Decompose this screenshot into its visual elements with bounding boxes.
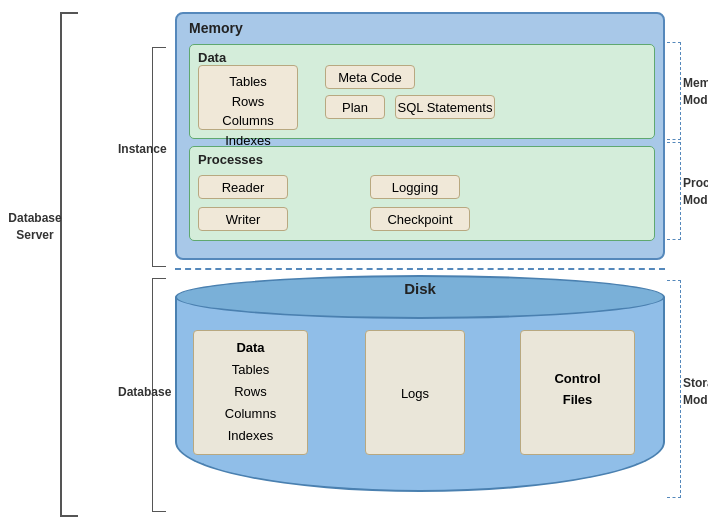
plan-box: Plan <box>325 95 385 119</box>
disk-columns-label: Columns <box>194 403 307 425</box>
db-server-label: Database Server <box>5 210 65 244</box>
disk-title: Disk <box>404 280 436 297</box>
instance-label: Instance <box>118 142 167 156</box>
instance-bracket <box>152 47 166 267</box>
disk-rows-label: Rows <box>194 381 307 403</box>
tables-label: Tables <box>199 72 297 92</box>
memory-title: Memory <box>189 20 243 36</box>
memory-box: Memory Data Tables Rows Columns Indexes … <box>175 12 665 260</box>
process-model-bracket <box>667 142 681 240</box>
storage-model-bracket <box>667 280 681 498</box>
disk-data-label: Data <box>194 337 307 359</box>
process-model-label: Process Model <box>683 175 708 209</box>
disk-tables-label: Tables <box>194 359 307 381</box>
divider-line <box>175 268 665 270</box>
sql-box: SQL Statements <box>395 95 495 119</box>
memory-model-bracket <box>667 42 681 140</box>
memory-model-label: Memory Model <box>683 75 708 109</box>
processes-title: Processes <box>198 152 263 167</box>
processes-box: Processes Reader Logging Writer Checkpoi… <box>189 146 655 241</box>
columns-label: Columns <box>199 111 297 131</box>
rows-label: Rows <box>199 92 297 112</box>
checkpoint-box: Checkpoint <box>370 207 470 231</box>
reader-box: Reader <box>198 175 288 199</box>
data-box: Data Tables Rows Columns Indexes Meta Co… <box>189 44 655 139</box>
logging-box: Logging <box>370 175 460 199</box>
db-server-bracket <box>60 12 78 517</box>
database-label: Database <box>118 385 171 399</box>
disk-control-box: Control Files <box>520 330 635 455</box>
control-files-label: Control Files <box>521 369 634 411</box>
logs-label: Logs <box>401 386 429 401</box>
disk-logs-box: Logs <box>365 330 465 455</box>
disk-section: Disk Data Tables Rows Columns Indexes Lo… <box>175 275 665 515</box>
tables-box: Tables Rows Columns Indexes <box>198 65 298 130</box>
writer-box: Writer <box>198 207 288 231</box>
meta-code-box: Meta Code <box>325 65 415 89</box>
data-title: Data <box>198 50 226 65</box>
disk-data-box: Data Tables Rows Columns Indexes <box>193 330 308 455</box>
disk-indexes-label: Indexes <box>194 425 307 447</box>
storage-model-label: Storage Model <box>683 375 708 409</box>
